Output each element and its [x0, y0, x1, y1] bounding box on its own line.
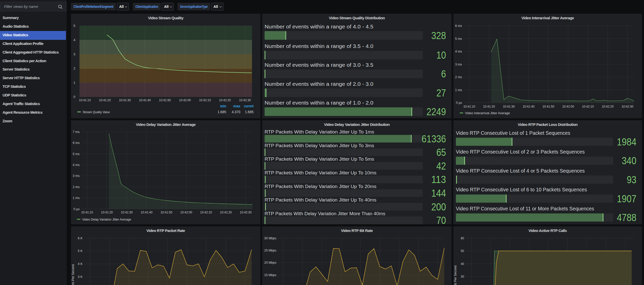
svg-text:Number of events within a rang: Number of events within a range of 2.0 -… [265, 81, 373, 87]
svg-text:10: 10 [436, 49, 446, 61]
svg-text:0 µs: 0 µs [74, 207, 80, 211]
svg-text:10:41:50: 10:41:50 [160, 211, 172, 214]
svg-text:max: max [233, 104, 240, 108]
svg-text:RTP Packets With Delay Variati: RTP Packets With Delay Variation Jitter … [265, 197, 377, 203]
svg-text:ServerApplicationType: ServerApplicationType [180, 5, 208, 9]
svg-text:93: 93 [627, 174, 636, 185]
svg-text:10:42:20: 10:42:20 [602, 105, 614, 108]
svg-text:10:42:20: 10:42:20 [220, 211, 232, 214]
svg-text:RTP Packets With Delay Variati: RTP Packets With Delay Variation Jitter … [265, 129, 374, 135]
svg-text:Video Interarrival Jitter Aver: Video Interarrival Jitter Average [465, 111, 510, 115]
svg-text:3: 3 [74, 52, 75, 56]
svg-text:10:41:20: 10:41:20 [99, 98, 111, 102]
svg-text:10:41:10: 10:41:10 [463, 105, 475, 108]
svg-text:70: 70 [436, 215, 446, 224]
svg-text:113: 113 [431, 174, 446, 185]
svg-text:4 K: 4 K [78, 262, 83, 266]
svg-text:RTP Packets With Delay Variati: RTP Packets With Delay Variation Jitter … [265, 170, 377, 175]
svg-text:current: current [244, 104, 254, 108]
svg-text:ClientProfileNetworkSegment: ClientProfileNetworkSegment [74, 5, 113, 9]
svg-text:5 ms: 5 ms [73, 152, 80, 156]
svg-text:10:42:30: 10:42:30 [239, 98, 251, 102]
svg-text:144: 144 [431, 188, 446, 199]
svg-text:5 K: 5 K [78, 249, 83, 253]
svg-text:10:42:00: 10:42:00 [562, 105, 574, 108]
svg-text:1 ms: 1 ms [455, 88, 462, 92]
svg-text:1.685: 1.685 [218, 110, 226, 114]
svg-text:27: 27 [436, 87, 446, 98]
svg-text:Number of events within a rang: Number of events within a range of 3.0 -… [265, 62, 373, 68]
svg-text:10:41:10: 10:41:10 [81, 211, 93, 214]
svg-text:10:41:30: 10:41:30 [119, 98, 131, 102]
svg-text:5 ms: 5 ms [455, 37, 462, 41]
svg-text:10:42:30: 10:42:30 [621, 105, 633, 108]
svg-text:2 ms: 2 ms [455, 75, 462, 79]
svg-text:4: 4 [74, 38, 75, 42]
svg-text:Video RTP Consecutive Lost of: Video RTP Consecutive Lost of 11 or More… [456, 206, 594, 211]
svg-text:1984: 1984 [617, 136, 636, 147]
svg-text:10:41:40: 10:41:40 [523, 105, 534, 108]
svg-text:1 ms: 1 ms [73, 196, 80, 200]
svg-text:40: 40 [461, 262, 464, 266]
svg-text:5: 5 [74, 24, 75, 28]
svg-text:Packets Per Second: Packets Per Second [71, 264, 75, 285]
svg-text:10:42:10: 10:42:10 [582, 105, 594, 108]
svg-text:61336: 61336 [422, 133, 446, 144]
svg-text:10:42:00: 10:42:00 [180, 211, 192, 214]
svg-text:10:41:50: 10:41:50 [159, 98, 171, 102]
svg-text:6 ms: 6 ms [455, 24, 462, 28]
svg-text:RTP Packets With Delay Variati: RTP Packets With Delay Variation Jitter … [265, 184, 377, 189]
svg-text:4788: 4788 [617, 212, 636, 223]
svg-text:200: 200 [431, 201, 446, 212]
svg-text:Video RTP Consecutive Lost of: Video RTP Consecutive Lost of 6 to 10 Pa… [456, 187, 587, 192]
svg-text:10:41:30: 10:41:30 [503, 105, 515, 108]
svg-text:Number of events within a rang: Number of events within a range of 3.5 -… [265, 43, 373, 49]
svg-text:2 ms: 2 ms [73, 185, 80, 189]
svg-text:0 µs: 0 µs [456, 101, 462, 105]
svg-text:6: 6 [441, 68, 446, 79]
svg-text:2: 2 [74, 66, 75, 70]
svg-text:10:42:20: 10:42:20 [219, 98, 231, 102]
svg-text:1: 1 [74, 81, 75, 85]
svg-text:7 ms: 7 ms [73, 130, 80, 134]
svg-text:10:41:30: 10:41:30 [121, 211, 133, 214]
svg-text:10:42:10: 10:42:10 [199, 98, 211, 102]
svg-text:4 ms: 4 ms [455, 50, 462, 53]
svg-text:10:41:20: 10:41:20 [483, 105, 495, 108]
svg-text:RTP Packets With Delay Variati: RTP Packets With Delay Variation Jitter … [265, 143, 374, 148]
svg-text:1907: 1907 [617, 193, 636, 204]
svg-text:10:42:30: 10:42:30 [240, 211, 252, 214]
svg-text:RTP Packets With Delay Variati: RTP Packets With Delay Variation Jitter … [265, 157, 374, 162]
svg-text:30: 30 [461, 275, 464, 278]
svg-text:10:41:50: 10:41:50 [542, 105, 554, 108]
svg-text:6 ms: 6 ms [73, 141, 80, 145]
svg-text:65: 65 [436, 147, 446, 158]
svg-text:Video RTP Consecutive Lost of: Video RTP Consecutive Lost of 4 or 5 Pac… [456, 168, 585, 174]
svg-text:10:42:10: 10:42:10 [200, 211, 212, 214]
svg-text:10:41:40: 10:41:40 [141, 211, 153, 214]
svg-text:Video RTP Consecutive Lost of: Video RTP Consecutive Lost of 1 Packet S… [456, 130, 570, 136]
svg-text:10:41:40: 10:41:40 [139, 98, 151, 102]
svg-text:Video RTP Consecutive Lost of: Video RTP Consecutive Lost of 2 or 3 Pac… [456, 149, 585, 155]
svg-text:Number of events within a rang: Number of events within a range of 4.0 -… [265, 24, 373, 29]
svg-text:min: min [220, 104, 226, 108]
svg-text:0: 0 [74, 95, 75, 99]
svg-text:3 ms: 3 ms [73, 174, 80, 178]
svg-text:6 K: 6 K [78, 237, 83, 240]
svg-text:ClientApplication: ClientApplication [135, 5, 158, 9]
svg-text:25 Mbps: 25 Mbps [264, 249, 276, 252]
svg-text:20 Mbps: 20 Mbps [264, 261, 276, 264]
svg-text:340: 340 [622, 155, 636, 166]
svg-text:1.685: 1.685 [245, 110, 254, 114]
svg-text:2249: 2249 [426, 106, 446, 117]
svg-text:15 Mbps: 15 Mbps [264, 273, 276, 277]
svg-text:Calls Per Second: Calls Per Second [454, 265, 457, 285]
svg-text:10:41:20: 10:41:20 [101, 211, 113, 214]
svg-text:Video Delay Variation Jitter A: Video Delay Variation Jitter Average [82, 217, 131, 221]
svg-text:328: 328 [431, 30, 446, 41]
svg-text:10:42:00: 10:42:00 [179, 98, 191, 102]
svg-text:4 ms: 4 ms [73, 163, 80, 167]
svg-text:50: 50 [461, 249, 464, 253]
svg-text:RTP Packets With Delay Variati: RTP Packets With Delay Variation Jitter … [265, 211, 385, 216]
svg-text:4.370: 4.370 [232, 110, 240, 114]
